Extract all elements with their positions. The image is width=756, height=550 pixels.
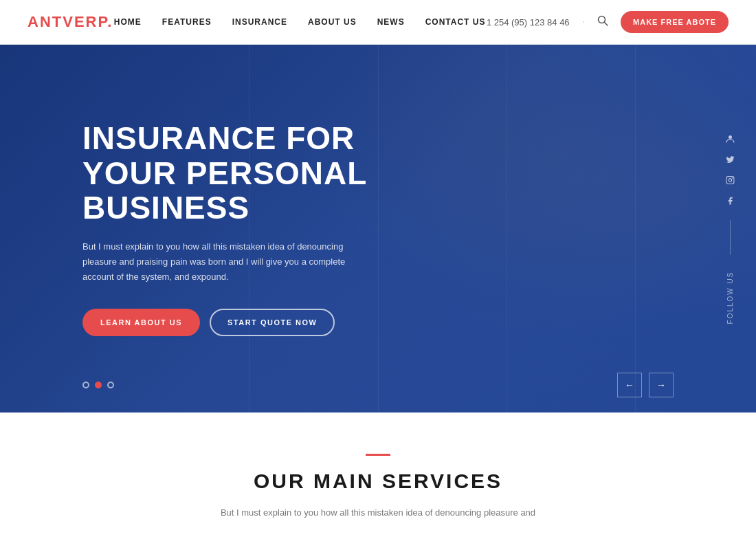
user-icon[interactable]	[724, 133, 735, 144]
services-title: OUR MAIN SERVICES	[27, 470, 729, 493]
instagram-icon[interactable]	[724, 175, 735, 186]
search-icon[interactable]	[597, 15, 608, 29]
header-right: 1 254 (95) 123 84 46 · MAKE FREE ABOTE	[487, 11, 729, 33]
svg-point-2	[729, 135, 732, 139]
hero-title: INSURANCE FOR YOUR PERSONAL BUSINESS	[82, 121, 412, 226]
svg-point-4	[729, 179, 731, 182]
site-header: ANTVERP. HOME FEATURES INSURANCE ABOUT U…	[0, 0, 756, 45]
start-quote-button[interactable]: START QUOTE NOW	[210, 309, 335, 336]
svg-point-5	[732, 178, 733, 179]
divider: ·	[582, 16, 585, 28]
learn-about-button[interactable]: LEARN ABOUT US	[82, 309, 200, 336]
svg-line-1	[605, 23, 608, 26]
hero-social-sidebar: FOLLOW US	[724, 133, 735, 324]
follow-label: FOLLOW US	[726, 271, 734, 324]
hero-description: But I must explain to you how all this m…	[82, 239, 371, 285]
facebook-icon[interactable]	[724, 195, 735, 206]
nav-features[interactable]: FEATURES	[162, 17, 212, 27]
phone-number: 1 254 (95) 123 84 46	[487, 17, 570, 28]
services-section: OUR MAIN SERVICES But I must explain to …	[0, 412, 756, 548]
main-nav: HOME FEATURES INSURANCE ABOUT US NEWS CO…	[114, 17, 486, 27]
hero-content: INSURANCE FOR YOUR PERSONAL BUSINESS But…	[0, 121, 412, 336]
follow-line	[730, 220, 731, 254]
twitter-icon[interactable]	[724, 154, 735, 165]
dot-1[interactable]	[82, 382, 89, 388]
dot-3[interactable]	[107, 382, 114, 388]
dot-2[interactable]	[95, 382, 102, 388]
make-quote-button[interactable]: MAKE FREE ABOTE	[621, 11, 729, 33]
nav-home[interactable]: HOME	[114, 17, 142, 27]
nav-about[interactable]: ABOUT US	[308, 17, 357, 27]
nav-news[interactable]: NEWS	[377, 17, 405, 27]
prev-arrow[interactable]: ←	[617, 373, 642, 397]
hero-section: INSURANCE FOR YOUR PERSONAL BUSINESS But…	[0, 45, 756, 412]
services-description: But I must explain to you how all this m…	[206, 505, 550, 520]
next-arrow[interactable]: →	[649, 373, 674, 397]
nav-contact[interactable]: CONTACT US	[425, 17, 486, 27]
section-divider-line	[366, 454, 390, 456]
site-logo[interactable]: ANTVERP.	[27, 13, 113, 31]
slider-arrows: ← →	[617, 373, 674, 397]
svg-rect-3	[726, 177, 734, 184]
slider-dots	[82, 382, 114, 388]
nav-insurance[interactable]: INSURANCE	[232, 17, 287, 27]
hero-bottom-controls: ← →	[0, 373, 756, 397]
hero-buttons: LEARN ABOUT US START QUOTE NOW	[82, 309, 412, 336]
